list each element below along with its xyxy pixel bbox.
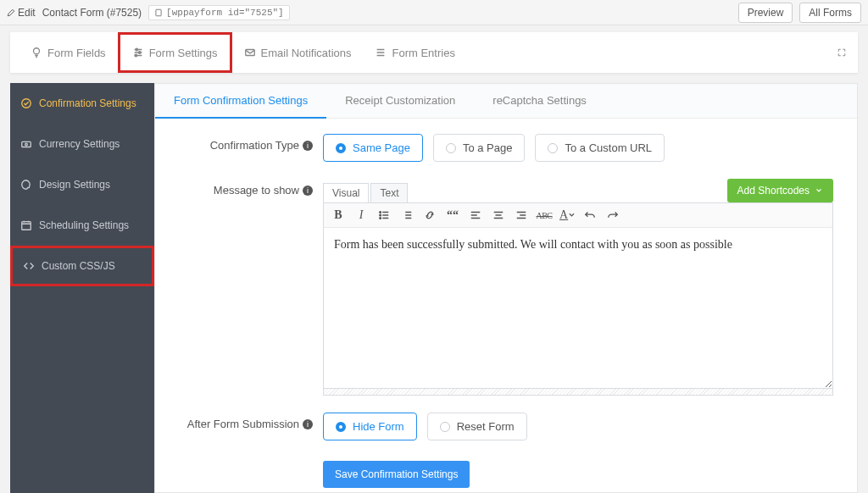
align-left-icon[interactable] [468, 208, 483, 223]
lightbulb-icon [31, 47, 42, 58]
all-forms-button[interactable]: All Forms [799, 3, 861, 23]
strikethrough-icon[interactable]: ABC [537, 208, 552, 223]
editor-tab-visual[interactable]: Visual [323, 183, 369, 202]
option-label: To a Custom URL [565, 141, 652, 154]
tab-label: Email Notifications [261, 47, 352, 59]
subtab-recaptcha[interactable]: reCaptcha Settings [474, 84, 605, 118]
sidebar-item-label: Design Settings [39, 179, 110, 191]
fullscreen-icon[interactable] [837, 47, 849, 58]
chevron-down-icon [815, 186, 823, 195]
confirmation-option-to-page[interactable]: To a Page [433, 134, 526, 162]
tab-label: Form Entries [392, 47, 454, 59]
main-tabs: Form Fields Form Settings Email Notifica… [10, 32, 858, 73]
svg-point-3 [138, 52, 141, 54]
subtab-bar: Form Confirmation Settings Receipt Custo… [155, 84, 857, 119]
tab-label: Form Settings [149, 47, 218, 59]
breadcrumb-bar: Edit Contact Form (#7525) [wppayform id=… [0, 0, 868, 25]
document-icon [154, 8, 163, 17]
palette-icon [20, 179, 32, 191]
pencil-icon [7, 8, 15, 17]
sidebar-item-design[interactable]: Design Settings [10, 164, 154, 205]
svg-rect-5 [245, 50, 254, 56]
svg-point-8 [25, 143, 28, 146]
shortcode-text: [wppayform id="7525"] [166, 8, 284, 18]
info-icon[interactable]: i [303, 419, 313, 429]
tab-label: Form Fields [47, 47, 106, 59]
tab-form-fields[interactable]: Form Fields [19, 32, 118, 73]
message-label: Message to show [214, 184, 299, 197]
preview-button[interactable]: Preview [738, 3, 793, 23]
text-color-icon[interactable]: A [559, 208, 575, 223]
svg-point-10 [380, 212, 381, 213]
sliders-icon [132, 47, 144, 58]
svg-rect-0 [156, 9, 161, 16]
list-icon [375, 47, 387, 58]
link-icon[interactable] [422, 208, 437, 223]
subtab-receipt-customization[interactable]: Receipt Customization [326, 84, 474, 118]
bullet-list-icon[interactable] [376, 208, 392, 223]
undo-icon[interactable] [582, 208, 598, 223]
sidebar-item-label: Confirmation Settings [39, 97, 136, 109]
sidebar-item-label: Custom CSS/JS [42, 260, 115, 272]
subtab-form-confirmation[interactable]: Form Confirmation Settings [155, 84, 326, 119]
tab-form-settings[interactable]: Form Settings [118, 32, 232, 73]
mail-icon [244, 47, 256, 58]
after-submit-option-hide[interactable]: Hide Form [323, 413, 417, 440]
shortcode-chip[interactable]: [wppayform id="7525"] [148, 5, 290, 20]
info-icon[interactable]: i [303, 186, 313, 196]
info-icon[interactable]: i [303, 141, 313, 151]
svg-point-12 [380, 218, 381, 219]
code-icon [23, 260, 35, 272]
bold-icon[interactable]: B [331, 208, 346, 223]
radio-icon [336, 422, 346, 432]
sidebar-item-currency[interactable]: Currency Settings [10, 124, 154, 164]
after-submit-label: After Form Submission [187, 418, 299, 430]
svg-rect-9 [22, 222, 31, 230]
save-button[interactable]: Save Confirmation Settings [323, 461, 470, 488]
resize-handle[interactable] [323, 389, 833, 396]
edit-link[interactable]: Edit [7, 7, 36, 19]
svg-point-2 [136, 48, 138, 51]
svg-point-4 [135, 54, 137, 57]
message-editor[interactable]: Form has been successfully submitted. We… [323, 228, 833, 389]
svg-point-1 [34, 48, 40, 54]
radio-icon [548, 143, 558, 153]
tab-form-entries[interactable]: Form Entries [363, 32, 466, 73]
editor-tab-text[interactable]: Text [370, 183, 408, 202]
option-label: To a Page [463, 141, 513, 154]
check-circle-icon [20, 97, 32, 109]
confirmation-type-label: Confirmation Type [210, 139, 299, 152]
currency-icon [20, 138, 32, 150]
blockquote-icon[interactable]: ““ [445, 208, 460, 223]
italic-icon[interactable]: I [353, 208, 369, 223]
confirmation-option-to-url[interactable]: To a Custom URL [535, 134, 665, 162]
sidebar-item-custom-css-js[interactable]: Custom CSS/JS [10, 246, 154, 286]
sidebar-item-label: Scheduling Settings [39, 219, 129, 231]
after-submit-option-reset[interactable]: Reset Form [427, 413, 527, 440]
edit-link-label: Edit [18, 7, 36, 19]
calendar-icon [20, 219, 32, 231]
page-title: Contact Form (#7525) [42, 7, 142, 19]
add-shortcodes-button[interactable]: Add Shortcodes [727, 179, 833, 202]
option-label: Same Page [353, 141, 410, 154]
sidebar-item-scheduling[interactable]: Scheduling Settings [10, 205, 154, 246]
tab-email-notifications[interactable]: Email Notifications [232, 32, 364, 73]
svg-rect-7 [22, 141, 31, 147]
confirmation-option-same-page[interactable]: Same Page [323, 134, 423, 162]
editor-toolbar: B I ““ ABC A [323, 202, 833, 228]
sidebar-item-label: Currency Settings [39, 138, 120, 150]
button-label: Add Shortcodes [737, 185, 810, 197]
settings-sidebar: Confirmation Settings Currency Settings … [10, 83, 154, 493]
radio-icon [440, 422, 450, 432]
option-label: Hide Form [353, 420, 404, 433]
redo-icon[interactable] [605, 208, 620, 223]
align-right-icon[interactable] [514, 208, 529, 223]
option-label: Reset Form [457, 420, 515, 433]
align-center-icon[interactable] [491, 208, 506, 223]
settings-panel: Form Confirmation Settings Receipt Custo… [154, 83, 858, 493]
sidebar-item-confirmation[interactable]: Confirmation Settings [10, 83, 154, 124]
radio-icon [446, 143, 456, 153]
radio-icon [336, 143, 346, 153]
ordered-list-icon[interactable] [399, 208, 415, 223]
rich-text-editor: Visual Text Add Shortcodes B I [323, 179, 833, 396]
